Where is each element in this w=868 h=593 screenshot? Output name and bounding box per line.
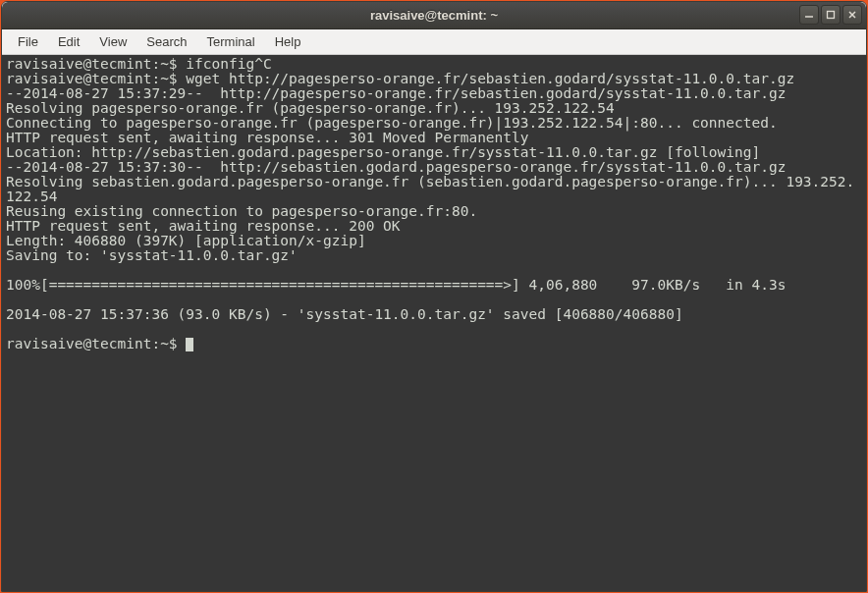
terminal-line: HTTP request sent, awaiting response... … [6,218,401,234]
terminal-line: 2014-08-27 15:37:36 (93.0 KB/s) - 'sysst… [6,306,683,322]
terminal-line: Resolving sebastien.godard.pagesperso-or… [6,174,854,204]
maximize-button[interactable] [821,5,841,25]
terminal-line: Connecting to pagesperso-orange.fr (page… [6,115,778,131]
terminal-line: --2014-08-27 15:37:30-- http://sebastien… [6,159,786,175]
maximize-icon [826,10,836,20]
terminal-line: HTTP request sent, awaiting response... … [6,130,529,145]
menu-edit[interactable]: Edit [48,31,89,52]
close-icon [847,10,857,20]
terminal-line: Length: 406880 (397K) [application/x-gzi… [6,233,366,248]
terminal-line: 100%[===================================… [6,277,786,293]
svg-rect-1 [828,12,835,19]
terminal-area[interactable]: ravisaive@tecmint:~$ ifconfig^C ravisaiv… [2,55,866,591]
window-controls [799,5,862,25]
menu-help[interactable]: Help [265,31,311,52]
menu-terminal[interactable]: Terminal [197,31,265,52]
menu-file[interactable]: File [8,31,48,52]
terminal-prompt: ravisaive@tecmint:~$ [6,336,186,351]
terminal-line: ravisaive@tecmint:~$ wget http://pagespe… [6,71,794,86]
window-title: ravisaive@tecmint: ~ [370,8,498,23]
terminal-line: Location: http://sebastien.godard.pagesp… [6,144,760,160]
menu-view[interactable]: View [89,31,136,52]
terminal-line: Reusing existing connection to pagespers… [6,203,477,219]
terminal-cursor [186,338,193,351]
terminal-line: --2014-08-27 15:37:29-- http://pagespers… [6,85,786,101]
terminal-window: ravisaive@tecmint: ~ File Edit View Sear… [1,1,867,592]
terminal-line: ravisaive@tecmint:~$ ifconfig^C [6,56,272,72]
terminal-line: Resolving pagesperso-orange.fr (pagesper… [6,100,615,116]
terminal-line: Saving to: 'sysstat-11.0.0.tar.gz' [6,247,298,263]
minimize-icon [804,10,814,20]
menu-search[interactable]: Search [136,31,196,52]
menu-bar: File Edit View Search Terminal Help [2,29,866,55]
close-button[interactable] [842,5,862,25]
minimize-button[interactable] [799,5,819,25]
title-bar[interactable]: ravisaive@tecmint: ~ [2,2,866,29]
